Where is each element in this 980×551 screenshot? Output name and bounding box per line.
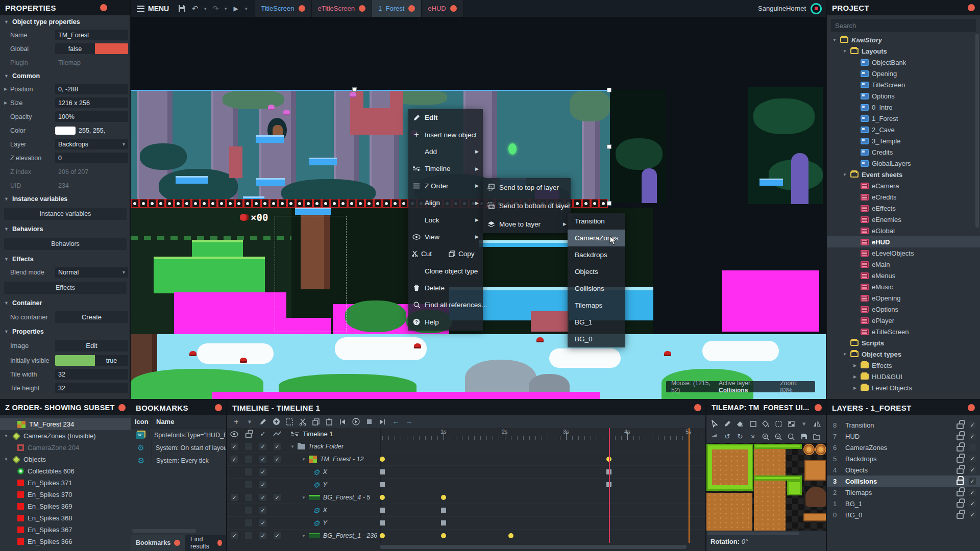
eraser-tool-icon[interactable]	[734, 421, 746, 427]
undo-dropdown-icon[interactable]: ▾	[202, 0, 209, 17]
layer-menu-item-bg_1[interactable]: BG_1	[568, 314, 625, 331]
tree-item-kiwistory[interactable]: ▼KiwiStory	[827, 34, 980, 45]
keyframe-square[interactable]	[380, 469, 385, 474]
tab-eTitleScreen[interactable]: eTitleScreen	[312, 0, 373, 17]
stop-icon[interactable]	[363, 419, 375, 424]
layer-row-bg-1[interactable]: 1BG_1✓	[827, 498, 980, 509]
checkbox-checked[interactable]: ✓	[274, 443, 281, 450]
timeline-keyframe-area[interactable]: 1s2s3s4s5s	[380, 428, 705, 543]
tab-eHUD[interactable]: eHUD	[422, 0, 463, 17]
preview-dropdown-icon[interactable]: ▾	[242, 0, 250, 17]
edit-icon[interactable]	[257, 418, 269, 425]
tab-close-icon[interactable]	[408, 5, 415, 12]
tree-item-level-objects[interactable]: ▶Level Objects	[827, 382, 980, 393]
keyframe-dot[interactable]	[441, 495, 446, 500]
create-button[interactable]: Create	[55, 311, 128, 323]
clear-tile-icon[interactable]: ×	[747, 433, 759, 441]
layer-row-hud[interactable]: 7HUD✓	[827, 431, 980, 442]
layer-visible-checkbox[interactable]: ✓	[969, 455, 976, 462]
zorder-item-en-spikes-368[interactable]: En_Spikes 368	[0, 512, 131, 524]
undo-icon[interactable]: ↶	[188, 0, 202, 17]
section-object-type-properties[interactable]: ▼Object type properties	[0, 15, 131, 28]
checkbox-empty[interactable]	[245, 481, 252, 488]
submenu-item-move-to-layer[interactable]: Move to layer▶	[483, 215, 571, 233]
menu-item-cut[interactable]: Cut	[408, 245, 446, 262]
load-tilemap-icon[interactable]	[811, 434, 823, 440]
layer-visible-checkbox[interactable]: ✓	[969, 421, 976, 429]
menu-item-help[interactable]: ?Help	[408, 314, 483, 331]
keyframe-dot[interactable]	[380, 495, 385, 500]
tree-item-emenus[interactable]: eMenus	[827, 270, 980, 281]
menu-item-z-order[interactable]: Z Order▶	[408, 178, 483, 194]
preview-icon[interactable]: ▶	[229, 0, 242, 17]
checkbox-checked[interactable]: ✓	[259, 481, 266, 488]
keyframe-square[interactable]	[441, 520, 446, 525]
tree-item-layouts[interactable]: ▼Layouts	[827, 45, 980, 57]
color-swatch[interactable]	[55, 127, 76, 135]
main-menu-button[interactable]: MENU	[131, 0, 175, 17]
menu-item-copy[interactable]: Copy	[446, 245, 483, 262]
tree-item-elevelobjects[interactable]: eLevelObjects	[827, 247, 980, 259]
divider[interactable]	[130, 0, 131, 400]
tree-item-0-intro[interactable]: 0_Intro	[827, 102, 980, 113]
checkbox-checked[interactable]: ✓	[231, 443, 238, 450]
bookmark-row[interactable]: ⚙System: On start of layout	[131, 441, 227, 454]
username[interactable]: SanguineHornet	[758, 5, 806, 12]
fill-tool-icon[interactable]	[760, 420, 772, 427]
menu-item-insert-new-object[interactable]: +Insert new object	[408, 126, 483, 143]
checkbox-checked[interactable]: ✓	[259, 507, 266, 514]
section-instance-variables[interactable]: ▼Instance variables	[0, 192, 131, 205]
menu-item-find-all-references-[interactable]: Find all references...	[408, 296, 483, 313]
project-scrollbar[interactable]	[975, 34, 979, 228]
layer-row-transition[interactable]: 8Transition✓	[827, 419, 980, 431]
skip-end-icon[interactable]	[376, 419, 388, 425]
add-keyframe-icon[interactable]	[270, 418, 282, 425]
tree-item-effects[interactable]: ▶Effects	[827, 360, 980, 371]
tree-item-ecredits[interactable]: eCredits	[827, 191, 980, 203]
add-track-icon[interactable]: +	[230, 417, 242, 427]
checkbox-checked[interactable]: ✓	[231, 494, 238, 501]
layer-visible-checkbox[interactable]: ✓	[969, 500, 976, 507]
layer-visible-checkbox[interactable]: ✓	[969, 466, 976, 473]
section-properties[interactable]: ▼Properties	[0, 325, 131, 338]
flip-vertical-icon[interactable]	[708, 433, 721, 440]
search-input[interactable]	[835, 22, 972, 30]
zorder-item-en-spikes-366[interactable]: En_Spikes 366	[0, 536, 131, 547]
keyframe-square[interactable]	[380, 482, 385, 487]
paste-icon[interactable]	[323, 418, 335, 425]
tilemap-scrollbar[interactable]	[707, 532, 799, 535]
tree-item-objectbank[interactable]: ObjectBank	[827, 57, 980, 68]
layer-row-tilemaps[interactable]: 2Tilemaps✓	[827, 487, 980, 498]
timeline-root-label[interactable]: Timeline 1	[303, 430, 333, 438]
rectangle-tool-icon[interactable]	[747, 421, 759, 427]
track-arrow-icon[interactable]: ▼	[290, 444, 295, 449]
menu-item-timeline[interactable]: Timeline▶	[408, 160, 483, 177]
lock-open-icon[interactable]	[957, 457, 964, 463]
section-common[interactable]: ▼Common	[0, 69, 131, 82]
tab-close-icon[interactable]	[450, 5, 457, 12]
lock-open-icon[interactable]	[957, 502, 964, 508]
layer-row-backdrops[interactable]: 5Backdrops✓	[827, 453, 980, 464]
tree-item-globallayers[interactable]: GlobalLayers	[827, 158, 980, 169]
keyframe-dot[interactable]	[441, 533, 446, 538]
redo-icon[interactable]: ↷	[209, 0, 222, 17]
keyframe-dot[interactable]	[508, 533, 513, 538]
tree-item-titlescreen[interactable]: TitleScreen	[827, 79, 980, 90]
select-tiles-icon[interactable]	[772, 421, 785, 427]
zorder-item-objects[interactable]: ▼Objects	[0, 454, 131, 465]
zorder-item-tm-forest-234[interactable]: TM_Forest 234	[0, 418, 131, 430]
layer-menu-item-collisions[interactable]: Collisions	[568, 280, 625, 297]
tree-item-options[interactable]: Options	[827, 90, 980, 102]
tree-item-ehud[interactable]: eHUD	[827, 236, 980, 247]
edit-button[interactable]: Edit	[55, 340, 128, 352]
keyframe-dot[interactable]	[380, 533, 385, 538]
checkbox-checked[interactable]: ✓	[259, 468, 266, 475]
menu-item-add[interactable]: Add▶	[408, 143, 483, 160]
submenu-item-send-to-bottom-of-layer[interactable]: Send to bottom of layer	[483, 196, 571, 215]
zoom-in-icon[interactable]	[760, 433, 772, 440]
menu-item-align[interactable]: Align▶	[408, 194, 483, 211]
menu-item-view[interactable]: View▶	[408, 229, 483, 245]
divider[interactable]	[826, 0, 827, 551]
selection-handle[interactable]	[352, 87, 357, 92]
prop-value-z-elevation[interactable]: 0	[55, 153, 128, 163]
